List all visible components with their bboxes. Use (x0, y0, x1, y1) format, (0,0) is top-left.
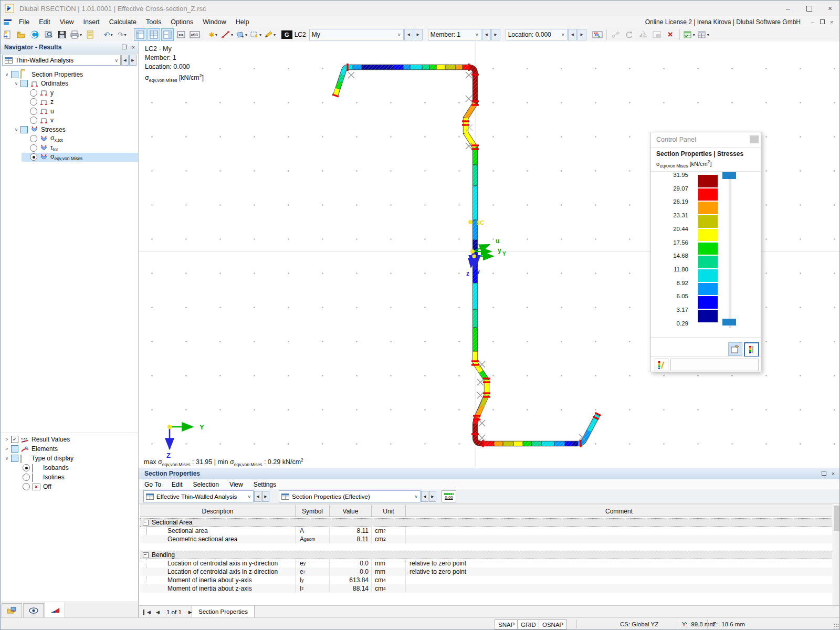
tab-results[interactable] (45, 602, 65, 618)
tree-item-result-values[interactable]: > ✓ x.xx Result Values (1, 435, 138, 444)
table-row[interactable]: Geometric sectional area Ageom 8.11 cm2 (140, 535, 832, 543)
location-prev-button[interactable]: ◀ (568, 29, 577, 40)
radio-button-selected[interactable] (30, 153, 37, 161)
print-preview-button[interactable] (42, 28, 55, 41)
group-row-bending[interactable]: Bending (140, 551, 832, 559)
table-row[interactable]: Moment of inertia about y-axis Iy 613.84… (140, 576, 832, 584)
radio-button[interactable] (30, 89, 37, 97)
tree-item-ordinate-u[interactable]: u (1, 107, 138, 116)
table-row[interactable]: Location of centroidal axis in y-directi… (140, 559, 832, 568)
new-model-button[interactable] (1, 28, 14, 41)
table-scrollbar[interactable] (833, 505, 840, 605)
edit-object-button[interactable]: ▾ (220, 28, 234, 41)
group-row-sectional-area[interactable]: Sectional Area (140, 518, 832, 527)
rotate-button[interactable] (623, 28, 636, 41)
member-prev-button[interactable]: ◀ (482, 29, 491, 40)
close-button[interactable]: × (820, 1, 840, 16)
color-scale-tab[interactable] (655, 359, 668, 371)
panel-close-button[interactable]: × (828, 470, 838, 477)
member-next-button[interactable]: ▶ (491, 29, 500, 40)
color-scale-options-button[interactable] (744, 342, 759, 357)
redo-button[interactable]: ↷▾ (116, 28, 128, 41)
navigator-float-button[interactable] (119, 44, 129, 50)
load-case-next-button[interactable]: ▶ (414, 29, 423, 40)
location-next-button[interactable]: ▶ (578, 29, 586, 40)
radio-button[interactable] (30, 144, 37, 152)
table-row[interactable]: Moment of inertia about z-axis Iz 88.14 … (140, 584, 832, 593)
calculation-button[interactable] (591, 28, 604, 41)
menu-options[interactable]: Options (166, 17, 198, 27)
menu-edit[interactable]: Edit (34, 17, 55, 27)
menu-sp-edit[interactable]: Edit (166, 480, 188, 489)
panel-float-button[interactable] (819, 470, 828, 477)
print-button[interactable]: ▾ (69, 28, 82, 41)
maximize-button[interactable] (799, 1, 820, 16)
member-combo[interactable]: Member: 1∨ (428, 29, 481, 40)
radio-button[interactable] (23, 474, 30, 481)
connect-lines-button[interactable] (610, 28, 622, 41)
open-file-button[interactable] (15, 28, 27, 41)
collapse-icon[interactable] (143, 520, 149, 526)
radio-button[interactable] (30, 108, 37, 115)
analysis-next-button[interactable]: ▶ (262, 491, 269, 502)
console-window-button[interactable]: >> (175, 28, 187, 41)
tree-item-tau[interactable]: τtot (1, 143, 138, 153)
menu-insert[interactable]: Insert (79, 17, 104, 27)
location-combo[interactable]: Location: 0.000∨ (506, 29, 568, 40)
tree-item-elements[interactable]: > Elements (1, 444, 138, 454)
radio-button-selected[interactable] (23, 464, 30, 471)
table-settings-button[interactable]: ▾ (697, 28, 710, 41)
panel-options-button[interactable] (728, 342, 742, 356)
tree-item-ordinates[interactable]: ∨ Ordinates (1, 79, 138, 89)
radio-button[interactable] (30, 135, 37, 142)
menu-settings[interactable]: Settings (248, 480, 281, 489)
edit-pencil-button[interactable]: ▾ (263, 28, 276, 41)
grid-toggle[interactable]: GRID (517, 620, 540, 629)
control-panel-pin-button[interactable] (750, 135, 759, 143)
tree-item-ordinate-z[interactable]: z (1, 98, 138, 107)
rsection-link-button[interactable] (28, 28, 41, 41)
table-next-button[interactable]: ▶ (429, 491, 436, 502)
expander-icon[interactable]: ∨ (12, 81, 20, 86)
tree-item-stresses[interactable]: ∨ Stresses (1, 125, 138, 134)
tab-data-navigator[interactable] (2, 603, 22, 618)
tree-item-isolines[interactable]: Isolines (1, 472, 138, 482)
table-select-combo[interactable]: Section Properties (Effective) ∨ (279, 490, 421, 502)
graphics-canvas[interactable]: SC u y Y z v Y Z (139, 41, 840, 468)
navigator-mode-combo[interactable]: Thin-Walled Analysis ∨ (2, 55, 121, 66)
mirror-button[interactable] (637, 28, 649, 41)
tree-item-ordinate-v[interactable]: v (1, 116, 138, 125)
tree-item-sigma-eqv[interactable]: σeqv,von Mises (1, 153, 138, 162)
menu-view[interactable]: View (55, 17, 79, 27)
expander-icon[interactable]: > (3, 446, 11, 452)
scrollbar-thumb[interactable] (834, 506, 840, 531)
radio-button[interactable] (30, 117, 37, 124)
tree-item-display-off[interactable]: × Off (1, 482, 138, 491)
menu-calculate[interactable]: Calculate (104, 17, 141, 27)
first-page-button[interactable]: ◀ (143, 610, 153, 615)
load-case-combo[interactable]: My∨ (309, 29, 404, 40)
navigator-close-button[interactable]: × (129, 44, 138, 50)
undo-button[interactable]: ↶▾ (102, 28, 114, 41)
radio-button[interactable] (23, 483, 30, 490)
menu-sp-view[interactable]: View (224, 480, 248, 489)
printout-report-button[interactable] (83, 28, 96, 41)
menu-selection[interactable]: Selection (188, 480, 224, 489)
mdi-close-button[interactable]: × (827, 19, 836, 25)
resize-grip[interactable] (834, 623, 839, 628)
menu-help[interactable]: Help (231, 17, 254, 27)
menu-file[interactable]: File (14, 17, 34, 27)
select-objects-button[interactable]: ▾ (235, 28, 248, 41)
checkbox[interactable] (20, 80, 28, 87)
tree-item-ordinate-y[interactable]: y (1, 88, 138, 98)
menu-window[interactable]: Window (198, 17, 230, 27)
delete-results-button[interactable]: × (664, 28, 677, 41)
result-values-window-button[interactable]: >SC (188, 28, 201, 41)
view-navigator-toggle[interactable] (134, 28, 146, 41)
section-properties-header[interactable]: Section Properties × (139, 468, 840, 480)
menu-go-to[interactable]: Go To (139, 480, 166, 489)
lc-type-badge[interactable]: G (281, 30, 292, 39)
checkbox[interactable] (11, 455, 18, 462)
table-row[interactable]: Sectional area A 8.11 cm2 (140, 527, 832, 535)
expander-icon[interactable]: ∨ (3, 456, 11, 461)
